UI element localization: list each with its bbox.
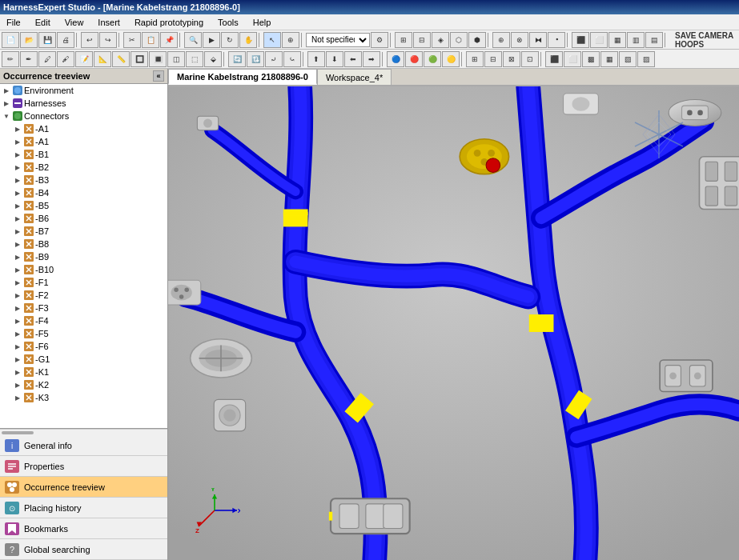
tb2-12[interactable]: ⬙	[204, 51, 222, 67]
tb-a4[interactable]: ⬡	[450, 32, 468, 48]
panel-btn-global-searching[interactable]: ?Global searching	[0, 539, 167, 560]
tb2-14[interactable]: 🔃	[247, 51, 264, 67]
tree-toggle-icon[interactable]: ▶	[13, 305, 22, 312]
tree-toggle-icon[interactable]: ▶	[13, 343, 22, 350]
tb2-10[interactable]: ◫	[167, 51, 185, 67]
tb2-4[interactable]: 🖋	[57, 51, 74, 67]
tree-toggle-icon[interactable]: ▶	[13, 151, 22, 158]
tree-toggle-icon[interactable]: ▶	[13, 202, 22, 210]
tb2-34[interactable]: ▨	[637, 51, 655, 67]
tb-cursor[interactable]: ⊕	[282, 32, 299, 48]
tree-item[interactable]: ▶-B7	[0, 225, 167, 238]
tb2-11[interactable]: ⬚	[186, 51, 203, 67]
tree-toggle-icon[interactable]: ▶	[13, 138, 22, 146]
tree-toggle-icon[interactable]: ▶	[13, 394, 22, 402]
tree-toggle-icon[interactable]: ▶	[13, 241, 22, 248]
panel-btn-general-info[interactable]: iGeneral info	[0, 435, 167, 456]
viewport-tab[interactable]: Workspace_4*	[317, 69, 392, 85]
tb-new[interactable]: 📄	[2, 32, 19, 48]
tree-item[interactable]: ▶-K3	[0, 391, 167, 404]
tb2-33[interactable]: ▧	[619, 51, 637, 67]
menu-help[interactable]: Help	[250, 17, 275, 28]
tree-item[interactable]: ▶-B3	[0, 174, 167, 186]
tb2-26[interactable]: ⊟	[484, 51, 502, 67]
viewport-3d[interactable]: Z X Y	[168, 86, 739, 560]
tb2-23[interactable]: 🟢	[424, 51, 441, 67]
menu-file[interactable]: File	[3, 17, 24, 28]
tb-zoom-in[interactable]: 🔍	[184, 32, 202, 48]
tree-item[interactable]: ▶-B8	[0, 238, 167, 250]
tb-a1[interactable]: ⊞	[395, 32, 412, 48]
tree-item[interactable]: ▶-F2	[0, 289, 167, 302]
tb-gear[interactable]: ⚙	[371, 32, 388, 48]
tree-area[interactable]: ▶Environment▶Harnesses▼Connectors▶-A1▶-A…	[0, 84, 167, 429]
tb-c5[interactable]: ▤	[645, 32, 663, 48]
tree-toggle-icon[interactable]: ▶	[13, 266, 22, 274]
tree-item[interactable]: ▶-B5	[0, 199, 167, 212]
tb2-28[interactable]: ⊡	[521, 51, 539, 67]
tb2-25[interactable]: ⊞	[466, 51, 484, 67]
menu-edit[interactable]: Edit	[32, 17, 54, 28]
tb-open[interactable]: 📂	[20, 32, 38, 48]
tb2-29[interactable]: ⬛	[545, 51, 563, 67]
tree-item[interactable]: ▶-B2	[0, 161, 167, 174]
tree-item[interactable]: ▶-F6	[0, 340, 167, 353]
tree-toggle-icon[interactable]: ▶	[13, 382, 22, 389]
tb-c3[interactable]: ▦	[608, 32, 626, 48]
tb2-20[interactable]: ➡	[363, 51, 380, 67]
tb2-27[interactable]: ⊠	[503, 51, 520, 67]
menu-view[interactable]: View	[62, 17, 87, 28]
tb-cut[interactable]: ✂	[123, 32, 141, 48]
tb2-22[interactable]: 🔴	[405, 51, 423, 67]
tb-b1[interactable]: ⊕	[492, 32, 510, 48]
tree-item[interactable]: ▶-F3	[0, 302, 167, 314]
not-specified-dropdown[interactable]: Not specified	[306, 33, 370, 47]
tb2-5[interactable]: 📝	[75, 51, 93, 67]
tree-toggle-icon[interactable]: ▶	[13, 126, 22, 133]
tree-toggle-icon[interactable]: ▶	[13, 164, 22, 171]
tb-select[interactable]: ▶	[203, 32, 220, 48]
menu-rapid[interactable]: Rapid prototyping	[131, 17, 207, 28]
tree-item[interactable]: ▶-K2	[0, 378, 167, 391]
tree-toggle-icon[interactable]: ▶	[13, 292, 22, 299]
tb-a5[interactable]: ⬢	[468, 32, 486, 48]
tb2-32[interactable]: ▦	[600, 51, 618, 67]
tb2-8[interactable]: 🔲	[131, 51, 148, 67]
tree-item[interactable]: ▶Harnesses	[0, 97, 167, 110]
tree-toggle-icon[interactable]: ▶	[13, 330, 22, 338]
tree-toggle-icon[interactable]: ▶	[13, 356, 22, 363]
tree-toggle-icon[interactable]: ▶	[13, 215, 22, 222]
tree-item[interactable]: ▶-K1	[0, 366, 167, 378]
tree-toggle-icon[interactable]: ▶	[13, 190, 22, 197]
tb-select-arrow[interactable]: ↖	[263, 32, 281, 48]
tb2-18[interactable]: ⬇	[326, 51, 343, 67]
tb-paste[interactable]: 📌	[160, 32, 178, 48]
tb-b4[interactable]: ⦁	[548, 32, 565, 48]
tb2-21[interactable]: 🔵	[387, 51, 404, 67]
tree-toggle-icon[interactable]: ▼	[2, 113, 11, 120]
tree-item[interactable]: ▼Connectors	[0, 110, 167, 122]
tree-toggle-icon[interactable]: ▶	[2, 87, 11, 94]
tb-a3[interactable]: ◈	[432, 32, 449, 48]
tb2-19[interactable]: ⬅	[344, 51, 362, 67]
tree-toggle-icon[interactable]: ▶	[13, 254, 22, 261]
menu-tools[interactable]: Tools	[215, 17, 242, 28]
tb2-9[interactable]: 🔳	[149, 51, 167, 67]
tb2-3[interactable]: 🖊	[38, 51, 56, 67]
tb-copy[interactable]: 📋	[142, 32, 159, 48]
tb2-1[interactable]: ✏	[2, 51, 19, 67]
tb-b3[interactable]: ⧓	[529, 32, 547, 48]
tree-toggle-icon[interactable]: ▶	[13, 177, 22, 184]
tree-item[interactable]: ▶-B4	[0, 186, 167, 199]
tree-item[interactable]: ▶Environment	[0, 84, 167, 97]
tb-c2[interactable]: ⬜	[590, 32, 608, 48]
tb2-24[interactable]: 🟡	[442, 51, 460, 67]
tb-pan[interactable]: ✋	[239, 32, 257, 48]
treeview-close-btn[interactable]: «	[153, 70, 164, 82]
tb2-2[interactable]: ✒	[20, 51, 38, 67]
tb2-6[interactable]: 📐	[94, 51, 111, 67]
tb2-31[interactable]: ▩	[582, 51, 600, 67]
tree-item[interactable]: ▶-B9	[0, 250, 167, 263]
tree-toggle-icon[interactable]: ▶	[13, 318, 22, 325]
tree-toggle-icon[interactable]: ▶	[13, 369, 22, 376]
